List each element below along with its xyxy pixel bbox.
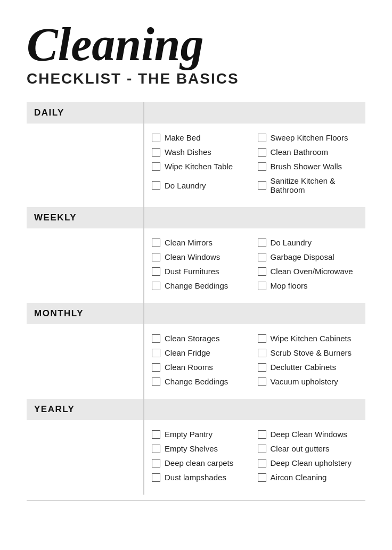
checkbox[interactable] bbox=[152, 445, 160, 453]
list-item[interactable]: Deep Clean Windows bbox=[258, 428, 358, 441]
checkbox[interactable] bbox=[258, 239, 266, 247]
item-label: Declutter Cabinets bbox=[271, 363, 336, 372]
checkbox[interactable] bbox=[258, 377, 266, 386]
checkbox[interactable] bbox=[258, 334, 266, 343]
list-item[interactable]: Wipe Kitchen Cabinets bbox=[258, 332, 358, 345]
item-label: Empty Pantry bbox=[165, 430, 213, 439]
item-label: Garbage Disposal bbox=[271, 252, 334, 261]
checkbox[interactable] bbox=[258, 134, 266, 142]
checkbox[interactable] bbox=[152, 363, 160, 372]
section-header-right-yearly bbox=[144, 399, 365, 420]
list-item[interactable]: Clear out gutters bbox=[258, 442, 358, 455]
subtitle: CHECKLIST - THE BASICS bbox=[27, 70, 365, 87]
item-label: Clear out gutters bbox=[271, 444, 330, 453]
list-item[interactable]: Clean Mirrors bbox=[152, 236, 252, 249]
list-item[interactable]: Empty Pantry bbox=[152, 428, 252, 441]
list-item[interactable]: Do Laundry bbox=[258, 236, 358, 249]
checkbox[interactable] bbox=[152, 162, 160, 171]
item-label: Empty Shelves bbox=[165, 444, 218, 453]
main-title: Cleaning bbox=[27, 21, 365, 68]
list-item[interactable]: Garbage Disposal bbox=[258, 250, 358, 264]
list-item[interactable]: Aircon Cleaning bbox=[258, 471, 358, 484]
item-label: Clean Rooms bbox=[165, 363, 213, 372]
item-label: Sweep Kitchen Floors bbox=[271, 133, 348, 142]
checkbox[interactable] bbox=[258, 253, 266, 261]
list-item[interactable]: Empty Shelves bbox=[152, 442, 252, 455]
section-items-monthly: Clean StoragesWipe Kitchen CabinetsClean… bbox=[27, 324, 365, 399]
section-header-right-daily bbox=[144, 102, 365, 124]
item-label: Deep Clean Windows bbox=[271, 430, 347, 439]
item-label: Do Laundry bbox=[165, 181, 206, 190]
section-items-yearly: Empty PantryDeep Clean WindowsEmpty Shel… bbox=[27, 420, 365, 495]
item-label: Clean Fridge bbox=[165, 348, 210, 357]
checkbox[interactable] bbox=[258, 148, 266, 157]
list-item[interactable]: Scrub Stove & Burners bbox=[258, 346, 358, 359]
checkbox[interactable] bbox=[152, 377, 160, 386]
checkbox[interactable] bbox=[258, 473, 266, 482]
list-item[interactable]: Mop floors bbox=[258, 279, 358, 292]
list-item[interactable]: Dust lampshades bbox=[152, 471, 252, 484]
list-item[interactable]: Vacuum upholstery bbox=[258, 375, 358, 388]
item-label: Deep clean carpets bbox=[165, 458, 233, 467]
list-item[interactable]: Clean Storages bbox=[152, 332, 252, 345]
checkbox[interactable] bbox=[258, 445, 266, 453]
section-items-left-monthly bbox=[27, 324, 144, 399]
list-item[interactable]: Sanitize Kitchen & Bathroom bbox=[258, 174, 358, 196]
checkbox[interactable] bbox=[258, 459, 266, 467]
list-item[interactable]: Deep Clean upholstery bbox=[258, 456, 358, 470]
item-label: Wipe Kitchen Table bbox=[165, 162, 233, 171]
checkbox[interactable] bbox=[152, 134, 160, 142]
item-label: Wipe Kitchen Cabinets bbox=[271, 334, 352, 343]
checkbox[interactable] bbox=[152, 267, 160, 276]
checkbox[interactable] bbox=[258, 162, 266, 171]
list-item[interactable]: Clean Rooms bbox=[152, 360, 252, 374]
item-label: Clean Mirrors bbox=[165, 238, 213, 247]
items-grid-yearly: Empty PantryDeep Clean WindowsEmpty Shel… bbox=[152, 423, 358, 491]
checkbox[interactable] bbox=[258, 363, 266, 372]
checklist-table: DAILYMake BedSweep Kitchen FloorsWash Di… bbox=[27, 102, 365, 495]
list-item[interactable]: Clean Windows bbox=[152, 250, 252, 264]
checkbox[interactable] bbox=[152, 148, 160, 157]
section-items-daily: Make BedSweep Kitchen FloorsWash DishesC… bbox=[27, 124, 365, 207]
checkbox[interactable] bbox=[152, 282, 160, 290]
section-header-yearly: YEARLY bbox=[27, 399, 365, 420]
list-item[interactable]: Clean Oven/Microwave bbox=[258, 265, 358, 278]
checkbox[interactable] bbox=[258, 349, 266, 357]
item-label: Clean Storages bbox=[165, 334, 219, 343]
list-item[interactable]: Clean Fridge bbox=[152, 346, 252, 359]
list-item[interactable]: Dust Furnitures bbox=[152, 265, 252, 278]
list-item[interactable]: Deep clean carpets bbox=[152, 456, 252, 470]
checkbox[interactable] bbox=[152, 473, 160, 482]
checkbox[interactable] bbox=[258, 430, 266, 439]
list-item[interactable]: Make Bed bbox=[152, 131, 252, 144]
section-items-left-yearly bbox=[27, 420, 144, 495]
list-item[interactable]: Sweep Kitchen Floors bbox=[258, 131, 358, 144]
items-grid-daily: Make BedSweep Kitchen FloorsWash DishesC… bbox=[152, 127, 358, 204]
list-item[interactable]: Clean Bathroom bbox=[258, 145, 358, 159]
list-item[interactable]: Wipe Kitchen Table bbox=[152, 160, 252, 173]
section-items-left-daily bbox=[27, 124, 144, 207]
checkbox[interactable] bbox=[152, 239, 160, 247]
section-items-weekly: Clean MirrorsDo LaundryClean WindowsGarb… bbox=[27, 228, 365, 303]
list-item[interactable]: Change Beddings bbox=[152, 279, 252, 292]
bottom-divider bbox=[27, 500, 365, 500]
section-header-monthly: MONTHLY bbox=[27, 303, 365, 324]
list-item[interactable]: Declutter Cabinets bbox=[258, 360, 358, 374]
list-item[interactable]: Wash Dishes bbox=[152, 145, 252, 159]
checkbox[interactable] bbox=[152, 459, 160, 467]
list-item[interactable]: Do Laundry bbox=[152, 174, 252, 196]
checkbox[interactable] bbox=[152, 253, 160, 261]
list-item[interactable]: Brush Shower Walls bbox=[258, 160, 358, 173]
item-label: Change Beddings bbox=[165, 281, 228, 290]
list-item[interactable]: Change Beddings bbox=[152, 375, 252, 388]
checkbox[interactable] bbox=[152, 349, 160, 357]
item-label: Do Laundry bbox=[271, 238, 312, 247]
checkbox[interactable] bbox=[152, 430, 160, 439]
section-items-right-yearly: Empty PantryDeep Clean WindowsEmpty Shel… bbox=[144, 420, 365, 495]
checkbox[interactable] bbox=[152, 181, 160, 190]
checkbox[interactable] bbox=[258, 282, 266, 290]
checkbox[interactable] bbox=[152, 334, 160, 343]
checkbox[interactable] bbox=[258, 181, 266, 190]
checkbox[interactable] bbox=[258, 267, 266, 276]
section-header-right-monthly bbox=[144, 303, 365, 324]
